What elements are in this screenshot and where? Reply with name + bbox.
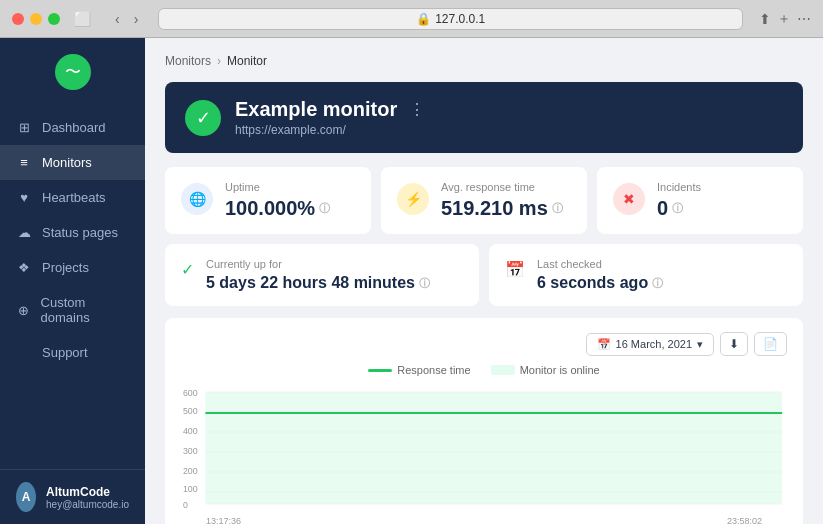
- user-info: AltumCode hey@altumcode.io: [46, 485, 129, 510]
- legend-response-time-label: Response time: [397, 364, 470, 376]
- close-dot: [12, 13, 24, 25]
- incidents-info-icon[interactable]: ⓘ: [672, 201, 683, 216]
- sidebar-item-dashboard[interactable]: ⊞ Dashboard: [0, 110, 145, 145]
- date-range-label: 16 March, 2021: [616, 338, 692, 350]
- stat-card-uptime: 🌐 Uptime 100.000% ⓘ: [165, 167, 371, 234]
- chart-legend: Response time Monitor is online: [181, 364, 787, 376]
- extensions-btn[interactable]: ⋯: [797, 10, 811, 28]
- shield-icon: 🔒: [416, 12, 431, 26]
- sidebar-item-label: Support: [42, 345, 88, 360]
- download-csv-button[interactable]: ⬇: [720, 332, 748, 356]
- svg-text:100: 100: [183, 484, 198, 494]
- svg-text:400: 400: [183, 426, 198, 436]
- uptime-label: Uptime: [225, 181, 330, 193]
- stats-grid: 🌐 Uptime 100.000% ⓘ ⚡ Avg. response time…: [165, 167, 803, 234]
- sidebar-item-heartbeats[interactable]: ♥ Heartbeats: [0, 180, 145, 215]
- currently-up-label: Currently up for: [206, 258, 430, 270]
- legend-response-time-color: [368, 369, 392, 372]
- check-icon: ✓: [181, 260, 194, 279]
- legend-monitor-online-label: Monitor is online: [520, 364, 600, 376]
- browser-chrome: ⬜ ‹ › 🔒 127.0.0.1 ⬆ ＋ ⋯: [0, 0, 823, 38]
- sidebar-nav: ⊞ Dashboard ≡ Monitors ♥ Heartbeats ☁ St…: [0, 110, 145, 469]
- legend-monitor-online: Monitor is online: [491, 364, 600, 376]
- incidents-label: Incidents: [657, 181, 701, 193]
- projects-icon: ❖: [16, 260, 32, 275]
- url-text: 127.0.0.1: [435, 12, 485, 26]
- maximize-dot: [48, 13, 60, 25]
- monitor-url[interactable]: https://example.com/: [235, 123, 425, 137]
- last-checked-content: Last checked 6 seconds ago ⓘ: [537, 258, 663, 292]
- calendar-icon: 📅: [505, 260, 525, 279]
- calendar-dot-icon: 📅: [597, 338, 611, 351]
- svg-rect-7: [205, 392, 782, 504]
- bolt-icon: ⚡: [397, 183, 429, 215]
- custom-domains-icon: ⊕: [16, 303, 31, 318]
- sidebar-item-label: Projects: [42, 260, 89, 275]
- sidebar-footer: A AltumCode hey@altumcode.io: [0, 469, 145, 524]
- dropdown-chevron-icon: ▾: [697, 338, 703, 351]
- stat-response-content: Avg. response time 519.210 ms ⓘ: [441, 181, 563, 220]
- sidebar-logo: 〜: [0, 38, 145, 106]
- response-time-label: Avg. response time: [441, 181, 563, 193]
- avatar: A: [16, 482, 36, 512]
- stat-card-incidents: ✖ Incidents 0 ⓘ: [597, 167, 803, 234]
- stat-card-response-time: ⚡ Avg. response time 519.210 ms ⓘ: [381, 167, 587, 234]
- uptime-value: 100.000% ⓘ: [225, 197, 330, 220]
- last-checked-info-icon[interactable]: ⓘ: [652, 276, 663, 291]
- sidebar-item-support[interactable]: Support: [0, 335, 145, 370]
- incidents-value: 0 ⓘ: [657, 197, 701, 220]
- status-pages-icon: ☁: [16, 225, 32, 240]
- stat-uptime-content: Uptime 100.000% ⓘ: [225, 181, 330, 220]
- app-container: 〜 ⊞ Dashboard ≡ Monitors ♥ Heartbeats ☁ …: [0, 38, 823, 524]
- sidebar-item-status-pages[interactable]: ☁ Status pages: [0, 215, 145, 250]
- monitor-title: Example monitor: [235, 98, 397, 121]
- svg-text:500: 500: [183, 406, 198, 416]
- response-time-value: 519.210 ms ⓘ: [441, 197, 563, 220]
- new-tab-btn[interactable]: ＋: [777, 10, 791, 28]
- currently-up-info-icon[interactable]: ⓘ: [419, 276, 430, 291]
- breadcrumb-current: Monitor: [227, 54, 267, 68]
- stat-card-last-checked: 📅 Last checked 6 seconds ago ⓘ: [489, 244, 803, 306]
- x-label-start: 13:17:36: [206, 516, 241, 524]
- x-label-end: 23:58:02: [727, 516, 762, 524]
- sidebar-item-monitors[interactable]: ≡ Monitors: [0, 145, 145, 180]
- logo-icon: 〜: [55, 54, 91, 90]
- svg-text:0: 0: [183, 500, 188, 510]
- breadcrumb-separator: ›: [217, 54, 221, 68]
- stat-card-currently-up: ✓ Currently up for 5 days 22 hours 48 mi…: [165, 244, 479, 306]
- date-range-button[interactable]: 📅 16 March, 2021 ▾: [586, 333, 714, 356]
- monitor-header-card: ✓ Example monitor ⋮ https://example.com/: [165, 82, 803, 153]
- sidebar-item-label: Status pages: [42, 225, 118, 240]
- sidebar-toggle-btn[interactable]: ⬜: [68, 9, 97, 29]
- sidebar-item-projects[interactable]: ❖ Projects: [0, 250, 145, 285]
- browser-dots: [12, 13, 60, 25]
- user-email: hey@altumcode.io: [46, 499, 129, 510]
- monitors-icon: ≡: [16, 155, 32, 170]
- monitor-info: Example monitor ⋮ https://example.com/: [235, 98, 425, 137]
- sidebar-item-label: Monitors: [42, 155, 92, 170]
- forward-btn[interactable]: ›: [130, 9, 143, 29]
- response-info-icon[interactable]: ⓘ: [552, 201, 563, 216]
- chart-toolbar: 📅 16 March, 2021 ▾ ⬇ 📄: [181, 332, 787, 356]
- back-btn[interactable]: ‹: [111, 9, 124, 29]
- user-name: AltumCode: [46, 485, 129, 499]
- export-button[interactable]: 📄: [754, 332, 787, 356]
- svg-text:300: 300: [183, 446, 198, 456]
- url-bar[interactable]: 🔒 127.0.0.1: [158, 8, 743, 30]
- dashboard-icon: ⊞: [16, 120, 32, 135]
- chart-container: 📅 16 March, 2021 ▾ ⬇ 📄 Response time Mon…: [165, 318, 803, 524]
- browser-actions: ⬆ ＋ ⋯: [759, 10, 811, 28]
- minimize-dot: [30, 13, 42, 25]
- monitor-menu-icon[interactable]: ⋮: [409, 100, 425, 119]
- sidebar-item-custom-domains[interactable]: ⊕ Custom domains: [0, 285, 145, 335]
- svg-text:200: 200: [183, 466, 198, 476]
- uptime-info-icon[interactable]: ⓘ: [319, 201, 330, 216]
- currently-up-value: 5 days 22 hours 48 minutes ⓘ: [206, 274, 430, 292]
- stat-incidents-content: Incidents 0 ⓘ: [657, 181, 701, 220]
- share-btn[interactable]: ⬆: [759, 10, 771, 28]
- chart-area: 600 500 400 300 200 100 0: [181, 384, 787, 524]
- breadcrumb-parent[interactable]: Monitors: [165, 54, 211, 68]
- last-checked-value: 6 seconds ago ⓘ: [537, 274, 663, 292]
- heartbeats-icon: ♥: [16, 190, 32, 205]
- sidebar-item-label: Dashboard: [42, 120, 106, 135]
